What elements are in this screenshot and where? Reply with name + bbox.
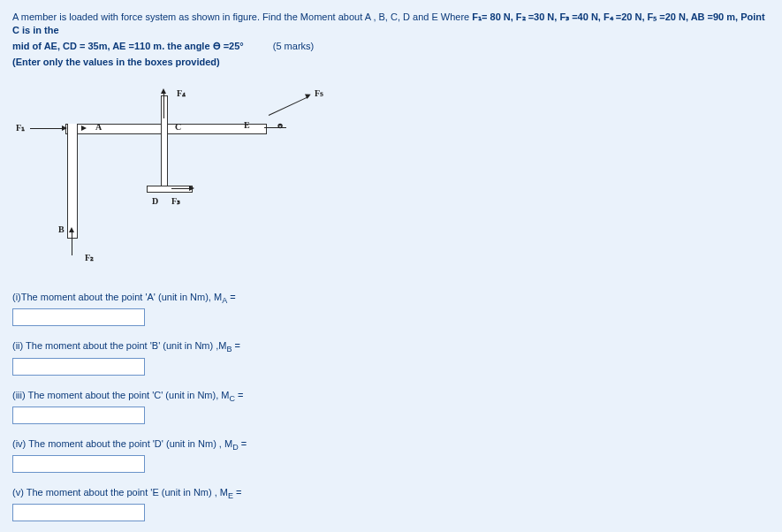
f4-arrow	[163, 92, 164, 118]
answer-input-a[interactable]	[12, 308, 145, 326]
question-2: (ii) The moment about the point 'B' (uni…	[12, 340, 770, 353]
answer-input-c[interactable]	[12, 407, 145, 424]
problem-line1-pre: A member is loaded with force system as …	[12, 11, 472, 22]
b-label: B	[58, 224, 65, 234]
problem-line2-pre: mid of AE, CD = 35m, AE =110 m. the angl…	[12, 41, 244, 51]
answer-input-d[interactable]	[12, 455, 145, 473]
f5-arrowhead	[305, 92, 312, 99]
theta-ref	[264, 127, 286, 128]
f3-label: F₃	[171, 196, 180, 206]
instruction: (Enter only the values in the boxes prov…	[12, 57, 770, 67]
f1-arrow	[30, 128, 65, 129]
question-1: (i)The moment about the point 'A' (unit …	[12, 292, 770, 305]
answer-input-b[interactable]	[12, 358, 145, 376]
f2-arrowhead	[69, 227, 74, 232]
f4-arrowhead	[161, 88, 166, 94]
problem-line2: mid of AE, CD = 35m, AE =110 m. the angl…	[12, 40, 770, 53]
f1-arrowhead2	[81, 125, 87, 131]
question-5: (v) The moment about the point 'E (unit …	[12, 487, 770, 500]
question-4: (iv) The moment about the point 'D' (uni…	[12, 438, 770, 452]
f4-label: F₄	[177, 88, 186, 98]
force-diagram: F₁ A F₄ C F₅ E ө D F₃ B F₂	[12, 83, 330, 277]
inner-vertical	[161, 95, 168, 193]
f2-arrow	[72, 229, 72, 255]
f1-label: F₁	[16, 123, 25, 133]
a-label: A	[95, 122, 102, 132]
question-3: (iii) The moment about the point 'C' (un…	[12, 390, 770, 403]
f2-label: F₂	[85, 253, 94, 262]
marks: (5 marks)	[273, 41, 314, 51]
f5-arrow	[269, 96, 309, 116]
vertical-beam	[67, 124, 78, 239]
problem-statement: A member is loaded with force system as …	[12, 11, 770, 38]
f3-arrowhead	[189, 186, 194, 191]
e-label: E	[244, 120, 250, 130]
inner-horizontal	[147, 186, 193, 193]
answer-input-e[interactable]	[12, 504, 145, 521]
d-label: D	[152, 196, 158, 206]
f1-arrowhead	[62, 125, 67, 131]
c-label: C	[175, 122, 181, 132]
f5-label: F₅	[315, 88, 323, 98]
theta-label: ө	[277, 120, 283, 130]
